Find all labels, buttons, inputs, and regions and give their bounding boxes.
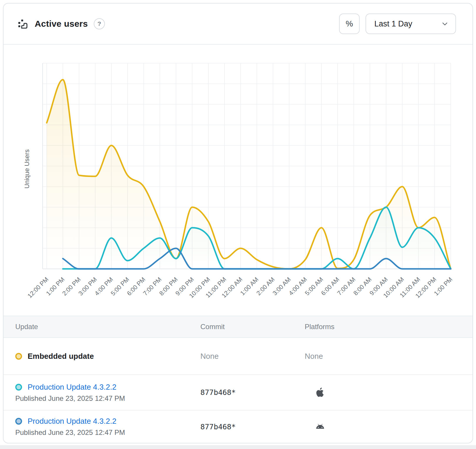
commit-cell: None: [200, 352, 305, 361]
date-range-dropdown[interactable]: Last 1 Day: [366, 14, 456, 34]
updates-table: Update Commit Platforms Embedded update …: [4, 316, 472, 443]
platforms-none: None: [305, 352, 323, 361]
legend-dot: [15, 353, 22, 360]
help-glyph: ?: [97, 20, 101, 27]
card-header: Active users ? % Last 1 Day: [4, 4, 472, 45]
x-tick-label: 12:00 PM: [26, 276, 50, 299]
page-bottom-strip: [0, 445, 476, 449]
platforms-cell: [305, 421, 472, 432]
percent-icon: %: [346, 19, 353, 29]
help-icon[interactable]: ?: [94, 18, 105, 29]
platforms-cell: None: [305, 352, 472, 361]
published-date: Published June 23, 2025 12:47 PM: [15, 394, 200, 403]
col-platforms: Platforms: [305, 323, 472, 331]
table-row: Production Update 4.3.2.2 Published June…: [4, 374, 472, 410]
page-title: Active users: [35, 19, 88, 29]
table-row: Embedded update None None: [4, 338, 472, 374]
table-header-row: Update Commit Platforms: [4, 316, 472, 338]
col-commit: Commit: [200, 323, 305, 331]
platforms-cell: [305, 387, 472, 398]
update-label: Embedded update: [28, 352, 94, 361]
active-users-card: Active users ? % Last 1 Day Unique Users…: [3, 3, 473, 443]
update-link[interactable]: Production Update 4.3.2.2: [28, 417, 116, 426]
update-link[interactable]: Production Update 4.3.2.2: [28, 383, 116, 392]
commit-cell: 877b468*: [200, 423, 305, 431]
legend-dot: [15, 418, 22, 425]
chevron-down-icon: [441, 20, 448, 27]
insights-icon: [17, 19, 28, 29]
update-cell: Production Update 4.3.2.2 Published June…: [15, 417, 200, 437]
published-date: Published June 23, 2025 12:47 PM: [15, 428, 200, 437]
percent-toggle-button[interactable]: %: [339, 14, 360, 34]
table-body: Embedded update None None Production Upd…: [4, 338, 472, 443]
commit-cell: 877b468*: [200, 388, 305, 397]
chart-section: Unique Users 12:00 PM1:00 PM2:00 PM3:00 …: [4, 45, 472, 316]
apple-icon: [315, 387, 326, 398]
active-users-chart[interactable]: 12:00 PM1:00 PM2:00 PM3:00 PM4:00 PM5:00…: [4, 45, 472, 316]
android-icon: [315, 421, 326, 432]
update-cell: Embedded update: [15, 352, 200, 361]
update-cell: Production Update 4.3.2.2 Published June…: [15, 383, 200, 403]
table-row: Production Update 4.3.2.2 Published June…: [4, 410, 472, 443]
date-range-value: Last 1 Day: [374, 19, 441, 29]
legend-dot: [15, 384, 22, 391]
col-update: Update: [15, 323, 200, 331]
